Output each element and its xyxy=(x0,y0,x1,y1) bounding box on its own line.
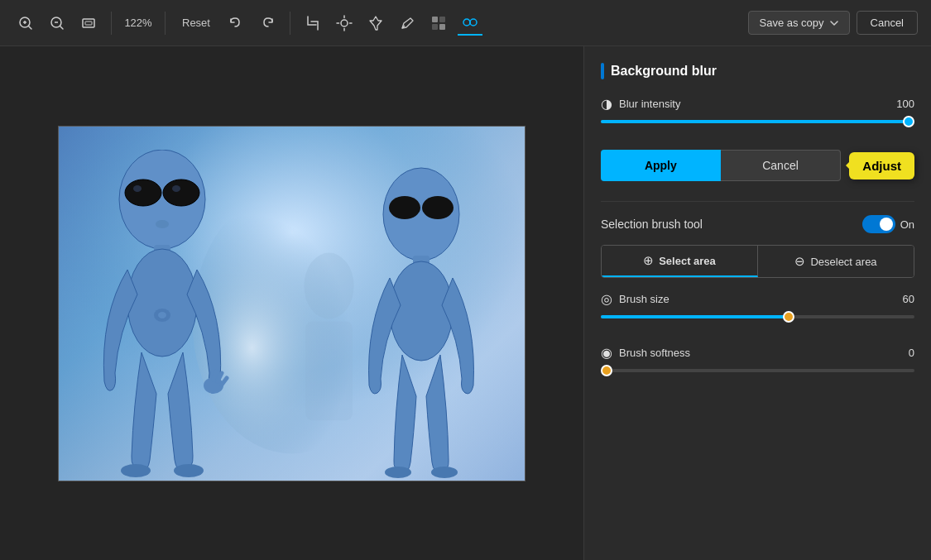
blur-intensity-value: 100 xyxy=(890,98,914,110)
area-buttons: ⊕ Select area ⊖ Deselect area xyxy=(601,245,914,278)
toggle-knob xyxy=(880,218,893,231)
svg-point-43 xyxy=(422,196,454,219)
save-label: Save as copy xyxy=(759,17,823,29)
svg-point-20 xyxy=(470,19,477,26)
pin-icon[interactable] xyxy=(363,11,388,36)
blur-intensity-row: ◑ Blur intensity 100 xyxy=(601,96,914,112)
svg-point-34 xyxy=(158,312,166,318)
brush-size-section: ◎ Brush size 60 xyxy=(601,291,914,332)
panel-title: Background blur xyxy=(601,63,914,79)
svg-point-39 xyxy=(121,464,151,477)
selection-brush-toggle[interactable]: On xyxy=(862,215,914,233)
alien-right xyxy=(359,166,483,481)
brush-softness-section: ◉ Brush softness 0 xyxy=(601,345,914,385)
svg-point-45 xyxy=(390,261,453,361)
deselect-area-button[interactable]: ⊖ Deselect area xyxy=(758,246,914,277)
selection-brush-label: Selection brush tool xyxy=(601,218,703,231)
blur-intensity-section: ◑ Blur intensity 100 xyxy=(601,96,914,136)
brush-size-label: ◎ Brush size xyxy=(601,291,669,307)
blur-intensity-slider[interactable] xyxy=(601,120,914,123)
brush-softness-row: ◉ Brush softness 0 xyxy=(601,345,914,361)
svg-line-38 xyxy=(222,378,227,385)
canvas-area xyxy=(0,46,583,560)
brush-softness-value: 0 xyxy=(890,347,914,359)
chevron-down-icon xyxy=(829,18,839,28)
main-content: Background blur ◑ Blur intensity 100 App… xyxy=(0,46,931,560)
svg-line-36 xyxy=(214,371,216,380)
cancel-bg-button[interactable]: Cancel xyxy=(721,150,842,181)
toolbar: 122% Reset xyxy=(0,0,931,46)
alien-left xyxy=(92,150,233,481)
brush-size-value: 60 xyxy=(890,293,914,305)
svg-point-19 xyxy=(463,19,470,26)
minus-circle-icon: ⊖ xyxy=(794,254,805,269)
toolbar-right: Save as copy Cancel xyxy=(748,11,918,35)
half-circle-icon: ◑ xyxy=(601,96,612,112)
right-panel: Background blur ◑ Blur intensity 100 App… xyxy=(583,46,931,560)
svg-point-32 xyxy=(127,249,197,357)
draw-icon[interactable] xyxy=(395,11,420,36)
select-area-label: Select area xyxy=(659,255,716,267)
remove-bg-icon[interactable] xyxy=(426,11,451,36)
zoom-out-icon[interactable] xyxy=(45,11,70,36)
zoom-level: 122% xyxy=(122,17,155,29)
apply-cancel-buttons: Apply Cancel xyxy=(601,150,841,181)
light-adjust-icon[interactable] xyxy=(332,11,357,36)
blur-intensity-label: ◑ Blur intensity xyxy=(601,96,680,112)
divider-1 xyxy=(601,201,914,202)
svg-point-30 xyxy=(156,220,169,228)
brush-softness-slider[interactable] xyxy=(601,369,914,372)
crop-icon[interactable] xyxy=(300,11,325,36)
separator-2 xyxy=(165,12,166,35)
zoom-in-icon[interactable] xyxy=(13,11,38,36)
svg-rect-16 xyxy=(439,17,445,22)
effects-icon[interactable] xyxy=(458,11,482,36)
svg-point-47 xyxy=(431,467,458,478)
apply-button[interactable]: Apply xyxy=(601,150,721,181)
svg-line-6 xyxy=(60,26,64,29)
canvas-image xyxy=(59,127,525,481)
reset-button[interactable]: Reset xyxy=(175,13,217,32)
svg-point-28 xyxy=(133,185,142,192)
select-area-button[interactable]: ⊕ Select area xyxy=(602,246,758,277)
fit-to-window-icon[interactable] xyxy=(76,11,101,36)
undo-icon[interactable] xyxy=(223,11,248,36)
svg-point-29 xyxy=(172,185,180,192)
svg-point-23 xyxy=(305,252,354,318)
separator-3 xyxy=(290,12,290,35)
adjust-tooltip: Adjust xyxy=(849,152,914,179)
brush-size-icon: ◎ xyxy=(601,291,612,307)
selection-brush-row: Selection brush tool On xyxy=(601,215,914,233)
plus-circle-icon: ⊕ xyxy=(643,253,654,268)
toggle-switch[interactable] xyxy=(862,215,895,233)
svg-rect-7 xyxy=(83,19,94,27)
svg-rect-8 xyxy=(85,22,92,25)
svg-point-40 xyxy=(174,464,204,477)
separator-1 xyxy=(111,12,112,35)
deselect-area-label: Deselect area xyxy=(810,256,876,268)
svg-rect-17 xyxy=(432,24,438,30)
adjust-label[interactable]: Adjust xyxy=(849,152,914,179)
brush-size-slider[interactable] xyxy=(601,315,914,318)
panel-title-bar xyxy=(601,63,604,79)
cancel-button[interactable]: Cancel xyxy=(857,11,918,35)
svg-point-9 xyxy=(341,20,348,26)
panel-title-text: Background blur xyxy=(611,64,717,79)
svg-point-27 xyxy=(163,179,199,206)
brush-softness-label: ◉ Brush softness xyxy=(601,345,690,361)
svg-point-46 xyxy=(385,467,411,478)
svg-rect-18 xyxy=(439,24,445,30)
svg-point-42 xyxy=(389,196,420,219)
save-as-copy-button[interactable]: Save as copy xyxy=(748,11,849,35)
svg-rect-24 xyxy=(305,321,352,420)
svg-point-26 xyxy=(125,179,161,206)
image-container xyxy=(58,126,525,481)
redo-icon[interactable] xyxy=(255,11,280,36)
brush-softness-icon: ◉ xyxy=(601,345,612,361)
svg-line-3 xyxy=(29,26,32,29)
apply-row: Apply Cancel Adjust xyxy=(601,150,914,181)
svg-rect-15 xyxy=(432,17,438,22)
toggle-on-label: On xyxy=(900,218,914,231)
brush-size-row: ◎ Brush size 60 xyxy=(601,291,914,307)
